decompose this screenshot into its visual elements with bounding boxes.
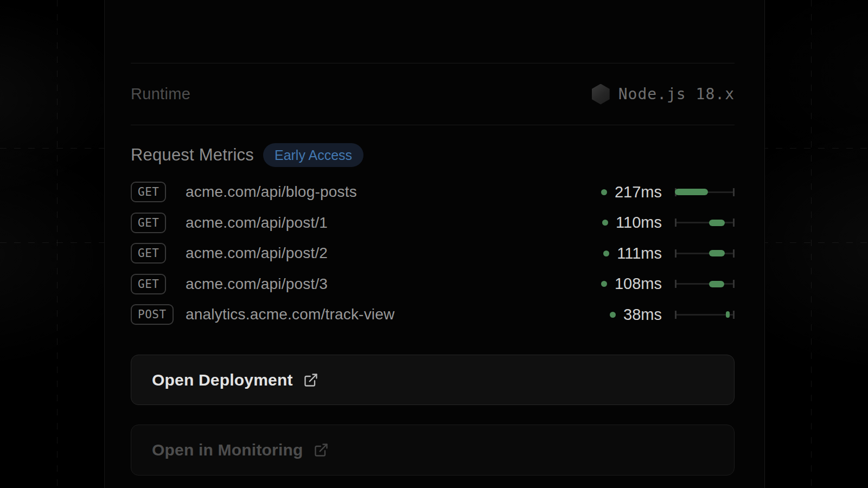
timeline-start-cap	[675, 249, 676, 258]
latency-value-group: 108ms	[545, 275, 662, 293]
request-row: POST analytics.acme.com/track-view 38ms	[131, 304, 735, 325]
timeline-track	[675, 283, 735, 285]
nodejs-hexagon-icon	[592, 84, 610, 105]
latency-value-group: 110ms	[545, 214, 662, 232]
runtime-label: Runtime	[131, 85, 190, 103]
screen: Runtime Node.js 18.x Request Metrics Ear…	[0, 0, 868, 488]
early-access-badge: Early Access	[263, 143, 363, 167]
http-method-badge: GET	[131, 213, 166, 233]
latency-bar-fill	[709, 220, 725, 226]
latency-timeline-bar	[675, 309, 735, 320]
request-row: GET acme.com/api/post/2 111ms	[131, 243, 735, 264]
timeline-end-cap	[733, 249, 735, 258]
open-deployment-button[interactable]: Open Deployment	[131, 355, 735, 405]
open-in-monitoring-button[interactable]: Open in Monitoring	[131, 425, 735, 476]
latency-text: 111ms	[617, 245, 662, 262]
runtime-row: Runtime Node.js 18.x	[131, 63, 735, 125]
http-method-badge: POST	[131, 304, 174, 325]
method-column: GET	[131, 182, 186, 202]
divider	[131, 125, 735, 125]
timeline-start-cap	[675, 219, 676, 227]
request-row: GET acme.com/api/post/3 108ms	[131, 274, 735, 294]
timeline-end-cap	[733, 188, 735, 196]
timeline-track	[675, 222, 735, 223]
request-url: acme.com/api/blog-posts	[186, 183, 545, 201]
runtime-value: Node.js 18.x	[592, 84, 735, 105]
method-column: GET	[131, 243, 186, 264]
latency-bar-fill	[709, 281, 724, 287]
request-metrics-heading: Request Metrics Early Access	[131, 143, 735, 167]
latency-timeline-bar	[675, 279, 735, 290]
external-link-icon	[303, 373, 318, 388]
latency-value-group: 111ms	[545, 245, 662, 262]
latency-bar-fill	[709, 250, 725, 256]
latency-text: 217ms	[615, 183, 662, 201]
background-grid-line	[811, 0, 812, 488]
status-dot-icon	[602, 220, 608, 226]
deployment-summary-panel: Runtime Node.js 18.x Request Metrics Ear…	[104, 0, 765, 488]
request-list: GET acme.com/api/blog-posts 217ms GET ac…	[131, 182, 735, 325]
status-dot-icon	[610, 312, 616, 318]
timeline-start-cap	[675, 280, 676, 288]
latency-timeline-bar	[675, 187, 735, 197]
method-column: POST	[131, 304, 186, 325]
latency-text: 108ms	[615, 275, 662, 293]
external-link-icon	[314, 442, 329, 458]
runtime-version-text: Node.js 18.x	[618, 85, 735, 103]
top-spacer	[131, 0, 735, 63]
timeline-start-cap	[675, 311, 676, 319]
open-deployment-label: Open Deployment	[152, 371, 293, 389]
latency-text: 110ms	[616, 214, 662, 232]
request-url: analytics.acme.com/track-view	[186, 306, 545, 323]
request-url: acme.com/api/post/2	[186, 245, 545, 262]
request-row: GET acme.com/api/blog-posts 217ms	[131, 182, 735, 202]
timeline-end-cap	[733, 311, 735, 319]
open-in-monitoring-label: Open in Monitoring	[152, 441, 303, 459]
http-method-badge: GET	[131, 182, 166, 202]
method-column: GET	[131, 274, 186, 294]
latency-value-group: 38ms	[545, 306, 662, 324]
latency-text: 38ms	[623, 306, 662, 324]
request-metrics-title: Request Metrics	[131, 145, 254, 165]
latency-timeline-bar	[675, 248, 735, 259]
background-grid-line	[57, 0, 58, 488]
timeline-end-cap	[733, 219, 735, 227]
method-column: GET	[131, 213, 186, 233]
latency-bar-fill	[675, 189, 708, 195]
status-dot-icon	[601, 189, 607, 195]
timeline-track	[675, 253, 735, 254]
http-method-badge: GET	[131, 274, 166, 294]
http-method-badge: GET	[131, 243, 166, 264]
latency-value-group: 217ms	[545, 183, 662, 201]
latency-timeline-bar	[675, 217, 735, 228]
request-url: acme.com/api/post/3	[186, 275, 545, 293]
status-dot-icon	[603, 251, 609, 256]
status-dot-icon	[601, 281, 607, 287]
request-row: GET acme.com/api/post/1 110ms	[131, 213, 735, 233]
latency-bar-fill	[726, 311, 730, 318]
timeline-end-cap	[733, 280, 735, 288]
request-url: acme.com/api/post/1	[186, 214, 545, 232]
